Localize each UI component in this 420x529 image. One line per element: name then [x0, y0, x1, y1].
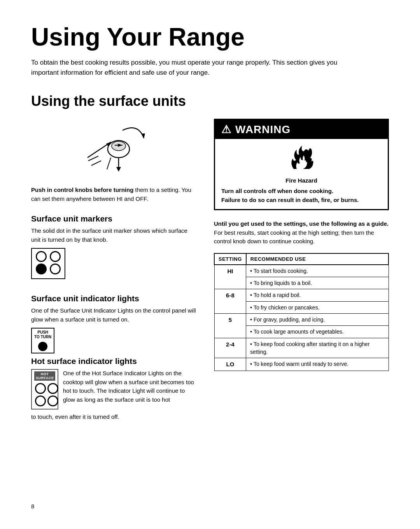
svg-marker-8 [116, 167, 121, 172]
warning-title: WARNING [235, 123, 290, 136]
table-cell-setting: 5 [214, 314, 246, 338]
hot-surface-label: HOT SURFACE [34, 371, 55, 381]
push-turn-box: PUSH TO TURN [31, 328, 54, 353]
table-cell-setting: 2-4 [214, 338, 246, 358]
hot-circle-3 [35, 395, 46, 406]
table-header-use: RECOMMENDED USE [246, 253, 388, 265]
warning-box: ⚠ WARNING Fire Hazard Turn all controls … [214, 119, 389, 210]
hot-surface-title: Hot surface indicator lights [31, 357, 198, 366]
table-cell-setting: 6-8 [214, 289, 246, 314]
warning-line1: Turn all controls off when done cooking. [221, 188, 333, 194]
indicator-lights-title: Surface unit indicator lights [31, 294, 198, 303]
table-row: 2-4To keep food cooking after starting i… [214, 338, 388, 358]
table-row: HITo start foods cooking. [214, 265, 388, 277]
table-cell-use: To hold a rapid boil. [246, 289, 388, 301]
push-instruction-bold: Push in control knobs before turning [31, 186, 133, 193]
knob-diagram-svg [72, 119, 158, 181]
guide-text: Until you get used to the settings, use … [214, 220, 389, 246]
svg-line-10 [88, 156, 98, 161]
hot-circle-1 [35, 383, 46, 394]
table-cell-setting: LO [214, 358, 246, 371]
page-number: 8 [31, 503, 34, 510]
markers-diagram [31, 248, 65, 279]
circle-open-bottom-right [50, 264, 61, 274]
table-cell-use: To keep food warm until ready to serve. [246, 358, 388, 371]
circle-open-top-left [36, 251, 47, 262]
hot-surface-box: HOT SURFACE [31, 369, 58, 409]
table-cell-use: For gravy, pudding, and icing. [246, 314, 388, 326]
push-instruction: Push in control knobs before turning the… [31, 186, 198, 203]
table-row: LOTo keep food warm until ready to serve… [214, 358, 388, 371]
table-cell-use: To keep food cooking after starting it o… [246, 338, 388, 358]
fire-icon [221, 144, 382, 174]
surface-markers-text: The solid dot in the surface unit marker… [31, 227, 198, 244]
warning-line2: Failure to do so can result in death, fi… [221, 197, 359, 203]
warning-header: ⚠ WARNING [215, 120, 388, 139]
page-title: Using Your Range [31, 23, 389, 51]
warning-fire-label: Fire Hazard [221, 177, 382, 184]
push-turn-dot [38, 342, 47, 351]
table-cell-setting: HI [214, 265, 246, 289]
circle-filled-bottom-left [36, 264, 47, 274]
warning-triangle-icon: ⚠ [221, 123, 231, 136]
svg-line-6 [107, 158, 111, 169]
circle-open-top-right [50, 251, 61, 262]
hot-surface-text-1: One of the Hot Surface Indicator Lights … [63, 369, 198, 404]
push-turn-diagram: PUSH TO TURN [31, 328, 198, 353]
push-label-line2: TO TURN [34, 335, 51, 339]
knob-diagram-area [31, 119, 198, 181]
hot-circle-4 [47, 395, 58, 406]
table-cell-use: To cook large amounts of vegetables. [246, 326, 388, 338]
left-column: Push in control knobs before turning the… [31, 119, 198, 425]
right-column: ⚠ WARNING Fire Hazard Turn all controls … [214, 119, 389, 371]
svg-line-9 [91, 161, 101, 165]
svg-point-4 [112, 141, 126, 151]
table-header-setting: SETTING [214, 253, 246, 265]
main-content: Push in control knobs before turning the… [31, 119, 389, 425]
push-label-line1: PUSH [34, 330, 51, 335]
indicator-lights-text: One of the Surface Unit Indicator Lights… [31, 306, 198, 324]
page-intro: To obtain the best cooking results possi… [31, 58, 366, 77]
markers-diagram-area [31, 248, 198, 286]
warning-text: Turn all controls off when done cooking.… [221, 187, 382, 204]
section-title: Using the surface units [31, 93, 389, 109]
table-cell-use: To start foods cooking. [246, 265, 388, 277]
hot-surface-container: HOT SURFACE One of the Hot Surface Indic… [31, 369, 198, 409]
hot-circle-2 [47, 383, 58, 394]
table-row: 6-8To hold a rapid boil. [214, 289, 388, 301]
table-cell-use: To bring liquids to a boil. [246, 277, 388, 289]
warning-body: Fire Hazard Turn all controls off when d… [215, 139, 388, 209]
surface-markers-title: Surface unit markers [31, 214, 198, 223]
table-row: 5For gravy, pudding, and icing. [214, 314, 388, 326]
settings-table: SETTING RECOMMENDED USE HITo start foods… [214, 253, 389, 371]
table-cell-use: To fry chicken or pancakes. [246, 301, 388, 313]
hot-surface-grid [34, 382, 55, 407]
hot-surface-text-2: to touch, even after it is turned off. [31, 413, 198, 422]
